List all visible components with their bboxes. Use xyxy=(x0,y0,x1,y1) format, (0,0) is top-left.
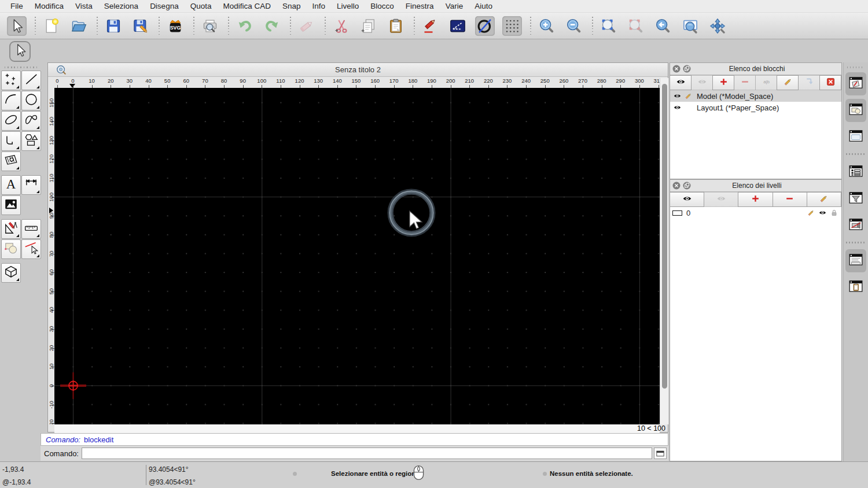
block-list-row[interactable]: Layout1 (*Paper_Space) xyxy=(670,102,841,113)
toggle-layer-list-button[interactable] xyxy=(845,99,866,122)
svg-export-button[interactable]: SVG xyxy=(165,16,185,36)
toggle-clipboard-button[interactable] xyxy=(845,276,866,299)
menu-vista[interactable]: Vista xyxy=(69,2,98,10)
add-layer-button[interactable] xyxy=(738,192,773,207)
block-visibility-eye-icon[interactable] xyxy=(672,103,682,112)
spline-tool-button[interactable] xyxy=(21,111,41,131)
zoom-auto-button[interactable] xyxy=(599,16,619,36)
block-visibility-eye-icon[interactable] xyxy=(672,92,682,101)
ellipse-tool-button[interactable] xyxy=(1,111,21,131)
new-document-button[interactable] xyxy=(42,16,61,36)
menu-aiuto[interactable]: Aiuto xyxy=(469,2,498,10)
zoom-window-button[interactable] xyxy=(681,16,700,36)
drawing-canvas[interactable] xyxy=(54,88,660,424)
float-panel-icon[interactable] xyxy=(683,65,691,73)
shapes-tool-button[interactable] xyxy=(21,131,41,151)
close-block-editing-button[interactable] xyxy=(819,75,841,90)
line-angle-button[interactable] xyxy=(448,16,468,36)
save-as-button[interactable] xyxy=(131,16,150,36)
show-all-blocks-button[interactable] xyxy=(670,75,692,90)
layer-edit-pencil-icon[interactable] xyxy=(806,209,815,217)
image-tool-button[interactable] xyxy=(1,195,21,215)
toggle-view-list-button[interactable] xyxy=(845,125,866,149)
arc-tool-button[interactable] xyxy=(1,91,21,110)
circle-2-points-button[interactable] xyxy=(475,16,495,36)
close-panel-icon[interactable] xyxy=(672,65,681,73)
modify-tool-button[interactable] xyxy=(1,219,21,239)
selection-tools-tool-button[interactable] xyxy=(1,239,21,259)
show-all-layers-button[interactable] xyxy=(670,192,704,207)
line-tool-button[interactable] xyxy=(21,71,41,90)
pan-button[interactable] xyxy=(708,16,727,36)
polyline-tool-button[interactable] xyxy=(1,131,21,151)
hide-all-blocks-button[interactable] xyxy=(691,75,713,90)
dock-drag-handle xyxy=(847,66,865,68)
toggle-selection-filter-button[interactable] xyxy=(845,187,866,210)
text-tool-button[interactable]: A xyxy=(1,175,21,195)
menu-seleziona[interactable]: Seleziona xyxy=(98,2,144,10)
edit-block-button[interactable] xyxy=(777,75,799,90)
toggle-command-line-button[interactable] xyxy=(845,249,866,272)
draw-button[interactable] xyxy=(421,16,440,36)
layer-lock-icon[interactable] xyxy=(829,209,838,217)
document-title-bar[interactable]: Senza titolo 2 xyxy=(48,63,668,77)
paste-button[interactable] xyxy=(386,16,406,36)
zoom-selection-button[interactable] xyxy=(626,16,646,36)
detach-command-line-button[interactable] xyxy=(654,448,667,459)
float-panel-icon[interactable] xyxy=(683,182,691,190)
block-list-row[interactable]: Model (*Model_Space) xyxy=(670,90,841,102)
menu-disegna[interactable]: Disegna xyxy=(144,2,185,10)
measure-tool-button[interactable] xyxy=(21,219,41,239)
zoom-out-button[interactable] xyxy=(564,16,584,36)
menu-varie[interactable]: Varie xyxy=(440,2,469,10)
menu-blocco[interactable]: Blocco xyxy=(365,2,400,10)
layer-list-row[interactable]: 0 xyxy=(670,207,841,219)
vertical-scrollbar-thumb[interactable] xyxy=(662,84,667,389)
remove-block-button[interactable] xyxy=(734,75,756,90)
zoom-previous-button[interactable] xyxy=(653,16,673,36)
toggle-library-browser-button[interactable] xyxy=(845,214,866,237)
menu-info[interactable]: Info xyxy=(307,2,332,10)
cut-button[interactable] xyxy=(332,16,351,36)
menu-quota[interactable]: Quota xyxy=(185,2,218,10)
menu-snap[interactable]: Snap xyxy=(277,2,307,10)
grid-toggle-button[interactable] xyxy=(502,16,522,36)
solid-tool-button[interactable] xyxy=(1,263,21,283)
menu-modifica[interactable]: Modifica xyxy=(29,2,69,10)
rename-block-button[interactable]: a|b xyxy=(755,75,777,90)
toggle-block-list-button[interactable] xyxy=(845,72,866,95)
remove-layer-button[interactable] xyxy=(773,192,807,207)
eye-icon xyxy=(676,77,686,89)
points-tool-button[interactable] xyxy=(1,71,21,90)
print-preview-button[interactable] xyxy=(200,16,220,36)
erase-button[interactable] xyxy=(297,16,317,36)
horizontal-scrollbar[interactable] xyxy=(54,424,660,433)
circle-tool-button[interactable] xyxy=(21,91,41,110)
command-input[interactable] xyxy=(82,448,652,459)
toggle-property-editor-button[interactable] xyxy=(845,161,866,184)
menu-livello[interactable]: Livello xyxy=(331,2,365,10)
close-panel-icon[interactable] xyxy=(672,182,681,190)
zoom-in-button[interactable] xyxy=(537,16,557,36)
h-ruler-label: 210 xyxy=(465,77,474,84)
undo-button[interactable] xyxy=(235,16,255,36)
open-document-button[interactable] xyxy=(69,16,89,36)
select-button[interactable] xyxy=(7,16,27,36)
select-entity-tool-button[interactable] xyxy=(21,239,41,259)
insert-block-button[interactable] xyxy=(798,75,820,90)
pal-arc-icon xyxy=(3,92,19,109)
save-button[interactable] xyxy=(104,16,123,36)
menu-modifica-cad[interactable]: Modifica CAD xyxy=(217,2,277,10)
edit-layer-button[interactable] xyxy=(807,192,841,207)
pointer-tool-button[interactable] xyxy=(9,41,31,62)
copy-button[interactable] xyxy=(359,16,378,36)
dimension-tool-button[interactable] xyxy=(21,175,41,195)
hatch-tool-button[interactable] xyxy=(1,151,21,171)
hide-all-layers-button[interactable] xyxy=(704,192,738,207)
redo-button[interactable] xyxy=(262,16,282,36)
menu-file[interactable]: File xyxy=(5,2,29,10)
add-block-button[interactable] xyxy=(712,75,734,90)
vertical-scrollbar[interactable] xyxy=(660,78,668,424)
layer-visibility-eye-icon[interactable] xyxy=(818,209,827,217)
menu-finestra[interactable]: Finestra xyxy=(400,2,440,10)
